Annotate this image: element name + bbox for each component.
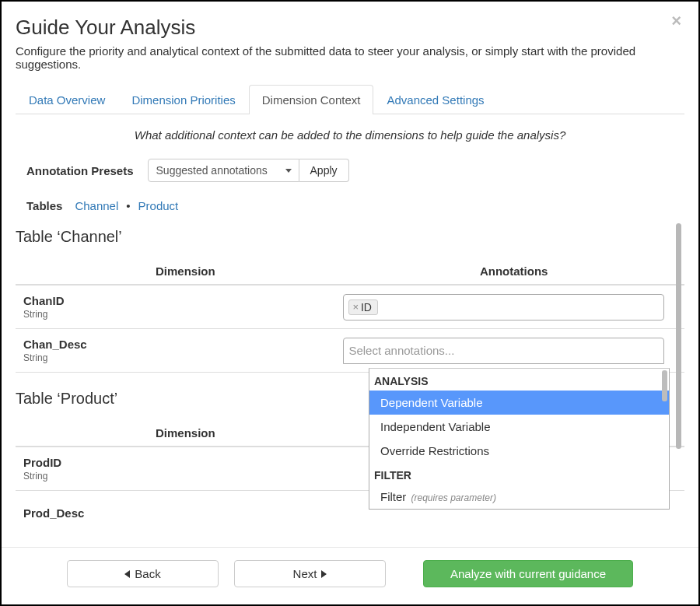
tables-label: Tables <box>26 199 62 212</box>
chevron-left-icon <box>124 570 130 578</box>
dimension-name: Prod_Desc <box>23 506 343 520</box>
column-header-annotations: Annotations <box>343 264 684 278</box>
dropdown-scrollbar[interactable] <box>662 370 667 401</box>
footer: Back Next Analyze with current guidance <box>2 547 698 604</box>
dimension-type: String <box>23 471 343 482</box>
dropdown-group-filter: FILTER <box>369 463 669 485</box>
remove-tag-icon[interactable]: × <box>352 301 359 313</box>
page-title: Guide Your Analysis <box>16 16 684 40</box>
annotations-input-chanid[interactable]: × ID <box>343 294 664 321</box>
dropdown-option-dependent[interactable]: Dependent Variable <box>369 391 669 415</box>
table-link-product[interactable]: Product <box>138 199 179 212</box>
tabs: Data Overview Dimension Priorities Dimen… <box>16 85 684 114</box>
dimension-name: ProdID <box>23 456 343 469</box>
dropdown-option-filter-hint: (requires parameter) <box>411 492 496 503</box>
table-row: Chan_Desc String Select annotations... <box>16 329 684 373</box>
back-button-label: Back <box>135 567 160 580</box>
presets-select[interactable]: Suggested annotations <box>148 159 299 182</box>
dropdown-option-filter-label: Filter <box>380 490 406 503</box>
page-subtitle: Configure the priority and analytical co… <box>16 44 684 71</box>
column-header-dimension: Dimension <box>16 426 343 440</box>
next-button-label: Next <box>293 567 317 580</box>
dimension-name: Chan_Desc <box>23 338 343 351</box>
dropdown-group-analysis: ANALYSIS <box>369 369 669 391</box>
annotations-input-chandesc[interactable]: Select annotations... <box>343 338 664 364</box>
chevron-right-icon <box>321 570 327 578</box>
table-link-separator: • <box>126 199 130 212</box>
annotation-dropdown: ANALYSIS Dependent Variable Independent … <box>369 368 670 510</box>
annotation-tag-label: ID <box>361 301 372 314</box>
close-icon[interactable]: × <box>671 12 681 30</box>
table-heading-channel: Table ‘Channel’ <box>16 228 684 246</box>
annotations-placeholder: Select annotations... <box>348 344 454 357</box>
scrollbar[interactable] <box>676 223 681 449</box>
analyze-button[interactable]: Analyze with current guidance <box>423 560 633 587</box>
apply-button[interactable]: Apply <box>299 159 349 182</box>
tab-data-overview[interactable]: Data Overview <box>16 85 118 114</box>
dimension-type: String <box>23 352 343 363</box>
tab-dimension-context[interactable]: Dimension Context <box>249 85 374 114</box>
scroll-area: Table ‘Channel’ Dimension Annotations Ch… <box>16 223 684 547</box>
back-button[interactable]: Back <box>67 560 219 587</box>
dimension-type: String <box>23 309 343 320</box>
tab-dimension-priorities[interactable]: Dimension Priorities <box>118 85 248 114</box>
dropdown-option-override[interactable]: Override Restrictions <box>369 439 669 463</box>
dimension-name: ChanID <box>23 294 343 307</box>
presets-label: Annotation Presets <box>16 164 134 177</box>
dropdown-option-independent[interactable]: Independent Variable <box>369 415 669 439</box>
next-button[interactable]: Next <box>234 560 386 587</box>
table-link-channel[interactable]: Channel <box>75 199 118 212</box>
tab-advanced-settings[interactable]: Advanced Settings <box>373 85 497 114</box>
annotation-tag: × ID <box>348 299 378 315</box>
context-question: What additional context can be added to … <box>16 128 684 142</box>
column-header-dimension: Dimension <box>16 264 343 278</box>
table-row: ChanID String × ID <box>16 285 684 329</box>
dropdown-option-filter[interactable]: Filter (requires parameter) <box>369 485 669 509</box>
